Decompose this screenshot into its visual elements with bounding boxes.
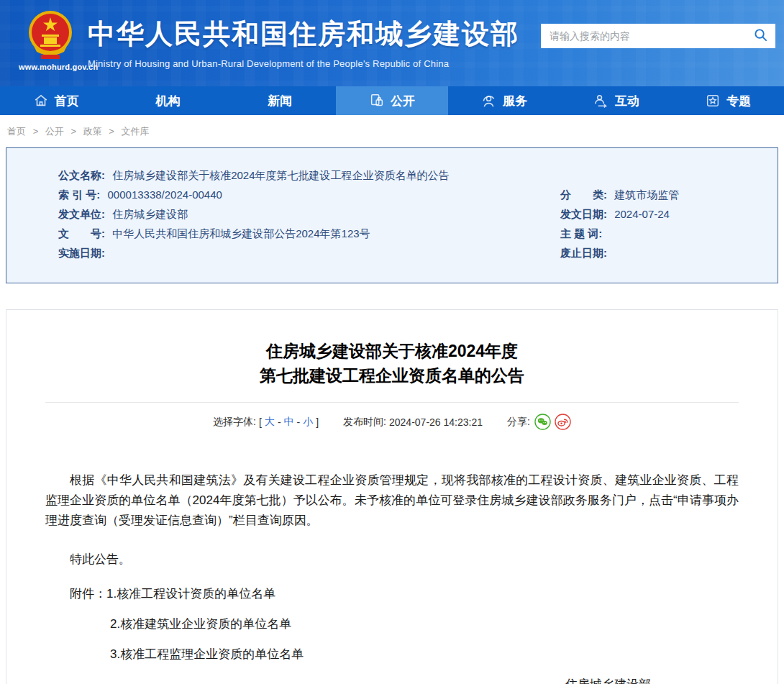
article-title-line1: 住房城乡建设部关于核准2024年度 (45, 339, 739, 363)
document-lock-icon (369, 93, 385, 109)
font-bracket-close: ] (316, 416, 319, 428)
nav-item-interaction[interactable]: 互动 (560, 86, 673, 115)
publish-time-label: 发布时间: (343, 416, 386, 429)
repeal-date-label: 废止日期: (560, 247, 607, 259)
keywords-label: 主 题 词: (560, 227, 602, 240)
attachment-line-1: 附件：1.核准工程设计资质的单位名单 (45, 584, 739, 604)
breadcrumb-home[interactable]: 首页 (7, 126, 26, 137)
doc-number-label: 文 号: (58, 227, 105, 240)
share-weibo-button[interactable] (555, 414, 571, 430)
search-icon (754, 28, 767, 44)
article-paragraph-2: 特此公告。 (45, 550, 739, 570)
nav-item-services[interactable]: 服务 (448, 86, 560, 115)
share-label: 分享: (507, 416, 530, 429)
person-arrows-icon (593, 93, 609, 109)
breadcrumb-policy[interactable]: 政策 (83, 126, 102, 137)
nav-label: 服务 (503, 93, 527, 109)
attachment-item-3: 3.核准工程监理企业资质的单位名单 (110, 647, 304, 661)
nav-label: 专题 (726, 93, 751, 109)
wechat-icon (534, 414, 551, 430)
implement-date-label: 实施日期: (58, 247, 105, 259)
attachment-line-2: 2.核准建筑业企业资质的单位名单 (45, 614, 739, 634)
search-input[interactable] (550, 30, 752, 42)
weibo-icon (555, 414, 571, 430)
issue-date-value: 2024-07-24 (614, 208, 670, 220)
issuing-unit-label: 发文单位: (58, 208, 105, 220)
star-square-icon (705, 93, 721, 109)
font-separator: - (297, 416, 301, 428)
doc-number-value: 中华人民共和国住房和城乡建设部公告2024年第123号 (112, 227, 370, 240)
doc-name-value: 住房城乡建设部关于核准2024年度第七批建设工程企业资质名单的公告 (112, 169, 449, 181)
font-separator: - (278, 416, 281, 428)
nav-label: 机构 (156, 93, 181, 109)
breadcrumb-separator: > (70, 126, 76, 137)
site-title: 中华人民共和国住房和城乡建设部 (88, 16, 519, 53)
breadcrumb-separator: > (33, 126, 39, 137)
nav-label: 新闻 (268, 93, 292, 109)
main-nav: 首页 机构 新闻 公开 服务 (0, 86, 784, 115)
attachment-line-3: 3.核准工程监理企业资质的单位名单 (45, 644, 739, 665)
search-box (541, 24, 775, 48)
nav-item-open-info[interactable]: 公开 (336, 86, 448, 115)
national-emblem-icon (19, 9, 82, 60)
issuing-unit-value: 住房城乡建设部 (112, 208, 188, 220)
meta-row-number-keywords: 文 号: 中华人民共和国住房和城乡建设部公告2024年第123号 主 题 词: (6, 224, 778, 243)
document-meta-box: 公文名称: 住房城乡建设部关于核准2024年度第七批建设工程企业资质名单的公告 … (6, 147, 778, 283)
font-size-small-link[interactable]: 小 (303, 416, 313, 429)
breadcrumb-library[interactable]: 文件库 (122, 126, 150, 137)
share-wechat-button[interactable] (534, 414, 551, 430)
article-toolbar: 选择字体: [ 大 - 中 - 小 ] 发布时间: 2024-07-26 14:… (45, 414, 739, 430)
site-url: www.mohurd.gov.cn (19, 63, 82, 71)
font-size-large-link[interactable]: 大 (265, 416, 275, 429)
publish-time-value: 2024-07-26 14:23:21 (389, 416, 483, 428)
category-label: 分 类: (560, 188, 607, 201)
issue-date-label: 发文日期: (560, 208, 607, 220)
site-logo[interactable]: www.mohurd.gov.cn (19, 9, 82, 71)
font-select-label: 选择字体: (213, 416, 256, 429)
breadcrumb: 首页 > 公开 > 政策 > 文件库 (0, 115, 784, 147)
article-container: 住房城乡建设部关于核准2024年度 第七批建设工程企业资质名单的公告 选择字体:… (6, 309, 778, 684)
search-button[interactable] (752, 28, 768, 44)
index-number-value: 000013338/2024-00440 (108, 188, 222, 201)
breadcrumb-open-info[interactable]: 公开 (45, 126, 64, 137)
article-paragraph-1: 根据《中华人民共和国建筑法》及有关建设工程企业资质管理规定，现将我部核准的工程设… (45, 470, 739, 531)
nav-label: 互动 (615, 93, 639, 109)
title-divider (45, 402, 739, 403)
attachment-item-2: 2.核准建筑业企业资质的单位名单 (110, 617, 291, 631)
meta-row-index-category: 索 引 号: 000013338/2024-00440 分 类: 建筑市场监管 (6, 185, 778, 204)
article-signature: 住房城乡建设部 (45, 675, 739, 684)
site-header: www.mohurd.gov.cn 中华人民共和国住房和城乡建设部 Minist… (0, 0, 784, 86)
doc-name-label: 公文名称: (58, 169, 105, 181)
site-subtitle: Ministry of Housing and Urban-Rural Deve… (88, 58, 519, 69)
nav-item-home[interactable]: 首页 (0, 86, 112, 115)
home-icon (33, 93, 49, 109)
article-title-line2: 第七批建设工程企业资质名单的公告 (45, 363, 739, 388)
nav-item-news[interactable]: 新闻 (224, 86, 336, 115)
meta-row-implement-repeal: 实施日期: 废止日期: (6, 243, 778, 263)
attachment-label: 附件： (70, 587, 106, 601)
breadcrumb-separator: > (109, 126, 114, 137)
font-bracket-open: [ (259, 416, 262, 428)
nav-label: 公开 (391, 93, 415, 109)
nav-item-orgs[interactable]: 机构 (112, 86, 224, 115)
category-value: 建筑市场监管 (614, 188, 679, 201)
nav-label: 首页 (55, 93, 79, 109)
meta-row-doc-name: 公文名称: 住房城乡建设部关于核准2024年度第七批建设工程企业资质名单的公告 (6, 165, 778, 185)
font-size-medium-link[interactable]: 中 (284, 416, 294, 429)
meta-row-unit-date: 发文单位: 住房城乡建设部 发文日期: 2024-07-24 (6, 204, 778, 224)
article-title: 住房城乡建设部关于核准2024年度 第七批建设工程企业资质名单的公告 (45, 339, 739, 388)
article-body: 根据《中华人民共和国建筑法》及有关建设工程企业资质管理规定，现将我部核准的工程设… (45, 470, 739, 684)
nav-item-topics[interactable]: 专题 (672, 86, 784, 115)
person-icon (480, 93, 497, 109)
attachment-item-1: 1.核准工程设计资质的单位名单 (106, 587, 275, 601)
index-number-label: 索 引 号: (58, 188, 100, 201)
